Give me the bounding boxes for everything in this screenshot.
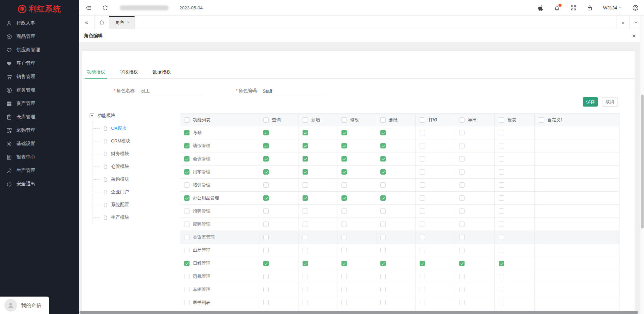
header-checkbox[interactable] — [341, 117, 347, 123]
menu-fold-icon[interactable] — [85, 5, 92, 11]
sidebar-item-assets[interactable]: 资产管理 — [0, 97, 79, 110]
perm-checkbox[interactable] — [303, 195, 308, 201]
horizontal-scrollbar[interactable] — [79, 311, 640, 314]
perm-checkbox[interactable] — [303, 235, 308, 240]
notifications-button[interactable] — [554, 5, 560, 11]
perm-checkbox[interactable] — [459, 169, 465, 175]
perm-checkbox[interactable] — [303, 156, 308, 162]
perm-checkbox[interactable] — [420, 287, 425, 292]
perm-checkbox[interactable] — [459, 287, 465, 292]
tree-item-warehouse[interactable]: 仓管模块 — [93, 160, 170, 173]
perm-checkbox[interactable] — [341, 156, 347, 162]
tree-item-finance[interactable]: 财务模块 — [93, 147, 170, 160]
perm-checkbox[interactable] — [459, 248, 465, 253]
perm-checkbox[interactable] — [303, 300, 308, 305]
tree-collapse-icon[interactable] — [90, 113, 94, 118]
perm-checkbox[interactable] — [459, 274, 465, 279]
tabs-scroll-right-button[interactable]: » — [616, 16, 629, 29]
module-tree-root[interactable]: 功能模块 — [90, 112, 170, 119]
perm-checkbox[interactable] — [380, 274, 386, 279]
perm-checkbox[interactable] — [263, 195, 269, 201]
cancel-button[interactable]: 取消 — [602, 97, 618, 107]
sidebar-item-goods[interactable]: 商品管理 — [0, 30, 79, 43]
tabs-scroll-left-button[interactable]: « — [79, 16, 95, 29]
perm-checkbox[interactable] — [420, 156, 425, 162]
perm-checkbox[interactable] — [263, 222, 269, 227]
perm-checkbox[interactable] — [380, 261, 386, 266]
perm-checkbox[interactable] — [420, 169, 425, 175]
perm-checkbox[interactable] — [341, 248, 347, 253]
perm-checkbox[interactable] — [341, 169, 347, 175]
perm-checkbox[interactable] — [341, 300, 347, 305]
perm-checkbox[interactable] — [459, 143, 465, 148]
sidebar-item-supplier[interactable]: 供应商管理 — [0, 43, 79, 57]
perm-checkbox[interactable] — [303, 222, 308, 227]
perm-checkbox[interactable] — [459, 261, 465, 266]
tree-item-portal[interactable]: 企业门户 — [93, 186, 170, 198]
tree-item-purchase[interactable]: 采购模块 — [93, 173, 170, 186]
perm-checkbox[interactable] — [420, 248, 425, 253]
perm-checkbox[interactable] — [263, 235, 269, 240]
perm-checkbox[interactable] — [420, 143, 425, 148]
perm-checkbox[interactable] — [499, 143, 504, 148]
perm-checkbox[interactable] — [341, 261, 347, 266]
sidebar-item-sales[interactable]: 销售管理 — [0, 70, 79, 83]
perm-checkbox[interactable] — [380, 235, 386, 240]
perm-checkbox[interactable] — [303, 143, 308, 148]
tab-data-auth[interactable]: 数据授权 — [153, 65, 171, 79]
horizontal-scrollbar-thumb[interactable] — [79, 311, 638, 314]
perm-checkbox[interactable] — [303, 169, 308, 175]
perm-checkbox[interactable] — [380, 143, 386, 148]
header-checkbox[interactable] — [539, 117, 544, 123]
perm-checkbox[interactable] — [420, 222, 425, 227]
header-checkbox[interactable] — [459, 117, 465, 123]
perm-checkbox[interactable] — [263, 130, 269, 135]
perm-checkbox[interactable] — [420, 208, 425, 214]
sidebar-item-production[interactable]: 生产管理 — [0, 164, 79, 177]
row-checkbox[interactable] — [184, 195, 190, 201]
header-checkbox[interactable] — [184, 117, 190, 123]
perm-checkbox[interactable] — [303, 182, 308, 188]
perm-checkbox[interactable] — [263, 169, 269, 175]
perm-checkbox[interactable] — [420, 274, 425, 279]
perm-checkbox[interactable] — [499, 287, 504, 292]
perm-checkbox[interactable] — [303, 248, 308, 253]
user-menu[interactable]: WJ134 — [603, 5, 622, 10]
perm-checkbox[interactable] — [420, 130, 425, 135]
perm-checkbox[interactable] — [263, 274, 269, 279]
vertical-scrollbar-thumb[interactable] — [641, 95, 644, 229]
perm-checkbox[interactable] — [459, 208, 465, 214]
perm-checkbox[interactable] — [380, 208, 386, 214]
perm-checkbox[interactable] — [380, 130, 386, 135]
header-checkbox[interactable] — [303, 117, 308, 123]
perm-checkbox[interactable] — [499, 195, 504, 201]
perm-checkbox[interactable] — [459, 130, 465, 135]
row-checkbox[interactable] — [184, 300, 190, 305]
perm-checkbox[interactable] — [499, 300, 504, 305]
perm-checkbox[interactable] — [420, 182, 425, 188]
perm-checkbox[interactable] — [263, 300, 269, 305]
row-checkbox[interactable] — [184, 182, 190, 188]
perm-checkbox[interactable] — [303, 287, 308, 292]
perm-checkbox[interactable] — [303, 261, 308, 266]
row-checkbox[interactable] — [184, 274, 190, 279]
perm-checkbox[interactable] — [263, 287, 269, 292]
perm-checkbox[interactable] — [459, 195, 465, 201]
perm-checkbox[interactable] — [380, 169, 386, 175]
perm-checkbox[interactable] — [263, 156, 269, 162]
perm-checkbox[interactable] — [499, 182, 504, 188]
perm-checkbox[interactable] — [263, 182, 269, 188]
perm-checkbox[interactable] — [499, 156, 504, 162]
row-checkbox[interactable] — [184, 169, 190, 175]
perm-checkbox[interactable] — [459, 300, 465, 305]
perm-checkbox[interactable] — [420, 300, 425, 305]
perm-checkbox[interactable] — [341, 235, 347, 240]
perm-checkbox[interactable] — [499, 261, 504, 266]
perm-checkbox[interactable] — [380, 287, 386, 292]
perm-checkbox[interactable] — [341, 208, 347, 214]
perm-checkbox[interactable] — [380, 156, 386, 162]
perm-checkbox[interactable] — [380, 248, 386, 253]
tree-item-oa[interactable]: OA模块 — [93, 122, 170, 135]
perm-checkbox[interactable] — [263, 143, 269, 148]
sidebar-item-admin-hr[interactable]: 行政人事 — [0, 16, 79, 30]
